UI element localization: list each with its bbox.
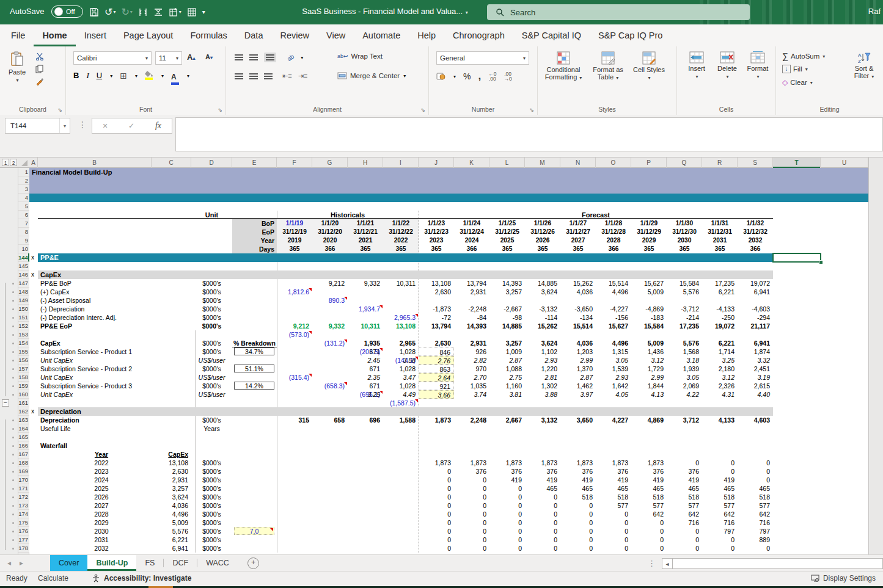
cell-E164[interactable]: 7.0 (234, 527, 274, 535)
column-header-N[interactable]: N (560, 158, 596, 168)
cell-D170[interactable]: $000's (191, 476, 232, 484)
cell-L9[interactable]: 2025 (489, 236, 525, 245)
sheet-tab-dcf[interactable]: DCF (164, 555, 197, 571)
cell-H147[interactable]: 9,332 (348, 279, 383, 288)
selected-cell[interactable] (772, 253, 821, 263)
row-header-165[interactable]: 165 (18, 433, 29, 441)
cell-K178[interactable]: 0 (454, 544, 489, 553)
cell-L174[interactable]: 0 (489, 510, 525, 518)
cell-D172[interactable]: $000's (191, 493, 232, 501)
column-header-L[interactable]: L (489, 158, 525, 168)
cell-J150[interactable]: -1,873 (419, 305, 454, 313)
cell-S170[interactable]: 0 (738, 476, 773, 484)
cell-N171[interactable]: 465 (560, 484, 596, 493)
row-header-177[interactable]: 177 (18, 535, 29, 544)
cell-K172[interactable]: 0 (454, 493, 489, 501)
cell-Q171[interactable]: 465 (667, 484, 702, 493)
cell-C167[interactable]: CapEx (152, 450, 191, 459)
cell-C174[interactable]: 4,496 (152, 510, 191, 518)
font-size-select[interactable]: 11▾ (155, 51, 182, 65)
cell-P7[interactable]: 1/1/29 (631, 219, 667, 228)
cell-Q173[interactable]: 577 (667, 501, 702, 510)
menu-tab-chronograph[interactable]: Chronograph (444, 24, 513, 46)
cell-G7[interactable]: 1/1/20 (312, 219, 348, 228)
cell-I150[interactable]: (1,587.5) (383, 399, 419, 407)
cell-R155[interactable]: 1,714 (702, 347, 738, 356)
cell-O155[interactable]: 1,315 (596, 347, 631, 356)
cell-K160[interactable]: 3.74 (454, 390, 489, 399)
cell-I160[interactable]: 4.49 (383, 390, 419, 399)
cell-M168[interactable]: 1,873 (525, 459, 560, 467)
cell-S157[interactable]: 2,451 (738, 365, 773, 373)
cell-R7[interactable]: 1/1/31 (702, 219, 738, 228)
cell-M157[interactable]: 1,220 (525, 365, 560, 373)
cell-Q150[interactable]: -3,712 (667, 305, 702, 313)
cell-P151[interactable]: -183 (631, 313, 667, 322)
format-cells-button[interactable]: Format▾ (744, 51, 771, 81)
autosave-toggle[interactable]: Off (51, 5, 83, 18)
cell-N148[interactable]: 4,036 (560, 288, 596, 296)
cell-J157[interactable]: 863 (419, 365, 454, 373)
outline-level-button-1[interactable]: 1 (2, 159, 9, 166)
cell-H148[interactable]: 1,934.7 (348, 305, 383, 313)
cell-Q170[interactable]: 419 (667, 476, 702, 484)
cell-Q178[interactable]: 0 (667, 544, 702, 553)
cell-P173[interactable]: 577 (631, 501, 667, 510)
cell-O152[interactable]: 15,627 (596, 322, 631, 330)
cell-G148[interactable]: 890.3 (312, 296, 348, 305)
cell-R172[interactable]: 518 (702, 493, 738, 501)
row-header-176[interactable]: 176 (18, 527, 29, 535)
cell-L151[interactable]: -98 (489, 313, 525, 322)
accessibility-status[interactable]: Accessibility: Investigate (92, 574, 191, 583)
fill-button[interactable]: ↓ Fill▾ (782, 65, 808, 73)
cell-D164[interactable]: Years (191, 424, 232, 433)
cell-I155[interactable]: 1,028 (383, 347, 419, 356)
cell-M155[interactable]: 1,102 (525, 347, 560, 356)
cell-R168[interactable]: 0 (702, 459, 738, 467)
cell-D154[interactable]: $000's (191, 339, 232, 347)
cell-H152[interactable]: 10,311 (348, 322, 383, 330)
cell-B6[interactable] (38, 211, 152, 219)
row-header-146[interactable]: 146 (18, 270, 29, 279)
cell-Q160[interactable]: 4.22 (667, 390, 702, 399)
cell-O171[interactable]: 465 (596, 484, 631, 493)
cell-O172[interactable]: 518 (596, 493, 631, 501)
cell-I147[interactable]: 10,311 (383, 279, 419, 288)
cell-N151[interactable]: -134 (560, 313, 596, 322)
cell-S175[interactable]: 716 (738, 518, 773, 527)
cell-M175[interactable]: 0 (525, 518, 560, 527)
cell-B155[interactable]: Subscription Service - Product 1 (38, 347, 152, 356)
cell-F8[interactable]: 31/12/19 (277, 228, 312, 236)
cell-P169[interactable]: 376 (631, 467, 667, 476)
align-left-icon[interactable] (235, 73, 243, 79)
cell-J155[interactable]: 846 (419, 347, 454, 356)
row-header-155[interactable]: 155 (18, 347, 29, 356)
cell-E8[interactable]: EoP (232, 228, 277, 236)
cell-Q155[interactable]: 1,568 (667, 347, 702, 356)
paste-button[interactable]: Paste▾ (5, 51, 29, 84)
cell-C169[interactable]: 2,630 (152, 467, 191, 476)
cell-S174[interactable]: 642 (738, 510, 773, 518)
cell-D174[interactable]: $000's (191, 510, 232, 518)
cell-M171[interactable]: 465 (525, 484, 560, 493)
cell-G152[interactable]: 9,332 (312, 322, 348, 330)
orientation-icon[interactable]: ab (286, 53, 295, 62)
cell-B158[interactable]: Unit CapEx (38, 373, 152, 382)
cell-L157[interactable]: 1,088 (489, 365, 525, 373)
cell-B178[interactable]: 2032 (86, 544, 117, 553)
cell-D157[interactable]: $000's (191, 365, 232, 373)
cell-L177[interactable]: 0 (489, 535, 525, 544)
cell-O7[interactable]: 1/1/28 (596, 219, 631, 228)
row-header-6[interactable]: 6 (18, 211, 29, 219)
column-header-A[interactable]: A (29, 158, 38, 168)
cell-K148[interactable]: 2,931 (454, 288, 489, 296)
cell-K163[interactable]: 2,248 (454, 416, 489, 424)
cell-N147[interactable]: 15,262 (560, 279, 596, 288)
cell-J163[interactable]: 1,873 (419, 416, 454, 424)
cell-K168[interactable]: 1,873 (454, 459, 489, 467)
cell-O176[interactable]: 0 (596, 527, 631, 535)
cell-R156[interactable]: 3.25 (702, 356, 738, 365)
cell-N9[interactable]: 2027 (560, 236, 596, 245)
cell-R150[interactable]: -4,133 (702, 305, 738, 313)
cell-O170[interactable]: 419 (596, 476, 631, 484)
